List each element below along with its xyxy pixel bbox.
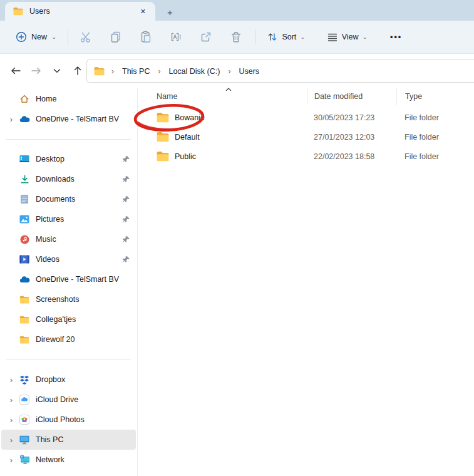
chevron-down-icon: ⌄ <box>363 34 368 40</box>
arrow-right-icon <box>31 66 42 76</box>
arrow-left-icon <box>10 66 21 76</box>
sidebar-separator <box>0 349 137 370</box>
onedrive-cloud-icon <box>19 274 30 285</box>
sort-icon <box>267 31 278 43</box>
breadcrumb-separator: › <box>224 67 235 76</box>
rename-button[interactable] <box>161 26 191 48</box>
recent-locations-button[interactable] <box>46 60 67 81</box>
file-name: Bowanie <box>175 113 205 122</box>
chevron-right-icon[interactable]: › <box>4 375 19 385</box>
view-button[interactable]: View ⌄ <box>321 26 374 48</box>
folder-icon <box>157 132 169 142</box>
sidebar-item-screenshots[interactable]: Screenshots <box>1 289 136 309</box>
icloud-photos-icon <box>19 414 30 425</box>
file-row-default[interactable]: Default 27/01/2023 12:03 File folder <box>138 127 474 147</box>
column-header-name[interactable]: Name <box>138 92 307 101</box>
share-icon <box>200 31 212 43</box>
file-type: File folder <box>396 133 474 142</box>
arrow-up-icon <box>73 65 83 76</box>
file-type: File folder <box>396 113 474 122</box>
sidebar-item-videos[interactable]: Videos <box>1 249 136 269</box>
sidebar-item-desktop[interactable]: Desktop <box>1 149 136 169</box>
file-date: 30/05/2023 17:23 <box>307 113 396 122</box>
file-list: Bowanie 30/05/2023 17:23 File folder Def… <box>138 105 474 166</box>
sort-button-label: Sort <box>282 33 296 41</box>
chevron-right-icon[interactable]: › <box>4 115 19 124</box>
address-bar[interactable]: › This PC › Local Disk (C:) › Users <box>86 59 474 83</box>
folder-icon <box>13 7 23 16</box>
sort-button[interactable]: Sort ⌄ <box>260 26 311 48</box>
new-button[interactable]: New ⌄ <box>12 26 60 48</box>
pin-icon[interactable] <box>116 155 136 163</box>
delete-button[interactable] <box>221 26 251 48</box>
chevron-down-icon <box>53 68 61 73</box>
sidebar-item-icloud-drive[interactable]: › iCloud Drive <box>1 390 136 410</box>
file-explorer-window: Users ✕ + New ⌄ <box>0 0 474 476</box>
pin-icon[interactable] <box>116 175 136 184</box>
pictures-icon <box>19 214 30 225</box>
sidebar-item-documents[interactable]: Documents <box>1 189 136 209</box>
command-toolbar: New ⌄ Sort ⌄ View ⌄ <box>0 21 474 54</box>
sidebar-item-collegatjes[interactable]: Collega'tjes <box>1 309 136 329</box>
sidebar-item-music[interactable]: Music <box>1 229 136 249</box>
folder-icon <box>19 294 30 305</box>
chevron-right-icon[interactable]: › <box>4 455 19 465</box>
sidebar-item-downloads[interactable]: Downloads <box>1 169 136 189</box>
file-date: 22/02/2023 18:58 <box>307 152 396 161</box>
tab-close-icon[interactable]: ✕ <box>136 6 150 18</box>
breadcrumb-local-disk[interactable]: Local Disk (C:) <box>167 65 221 78</box>
breadcrumb-separator: › <box>107 67 118 76</box>
chevron-right-icon[interactable]: › <box>4 435 19 445</box>
chevron-right-icon[interactable]: › <box>4 395 19 405</box>
sidebar-item-icloud-photos[interactable]: › iCloud Photos <box>1 410 136 430</box>
toolbar-separator <box>68 29 68 44</box>
file-row-public[interactable]: Public 22/02/2023 18:58 File folder <box>138 147 474 166</box>
sidebar-item-onedrive-2[interactable]: OneDrive - TelSmart BV <box>1 269 136 289</box>
sidebar-item-network[interactable]: › Network <box>1 450 136 470</box>
sidebar-item-onedrive[interactable]: › OneDrive - TelSmart BV <box>1 109 136 129</box>
chevron-down-icon: ⌄ <box>51 34 56 40</box>
folder-icon <box>19 334 30 345</box>
breadcrumb-this-pc[interactable]: This PC <box>121 65 151 78</box>
music-icon <box>19 234 30 245</box>
forward-button[interactable] <box>26 60 46 81</box>
share-button[interactable] <box>191 26 221 48</box>
sidebar-item-home[interactable]: Home <box>1 89 136 109</box>
pin-icon[interactable] <box>116 215 136 224</box>
this-pc-icon <box>19 434 30 445</box>
column-header-date-modified[interactable]: Date modified <box>307 88 396 105</box>
sidebar-item-dropbox[interactable]: › Dropbox <box>1 370 136 390</box>
column-header-type[interactable]: Type <box>396 88 474 105</box>
up-button[interactable] <box>67 60 88 81</box>
file-name: Public <box>175 152 196 161</box>
more-options-button[interactable]: ••• <box>381 28 411 46</box>
view-button-label: View <box>342 33 359 41</box>
chevron-right-icon[interactable]: › <box>4 415 19 425</box>
onedrive-cloud-icon <box>19 113 30 125</box>
pin-icon[interactable] <box>116 195 136 204</box>
copy-button[interactable] <box>101 26 131 48</box>
new-tab-button[interactable]: + <box>167 8 173 17</box>
folder-icon <box>94 66 105 76</box>
breadcrumb-users[interactable]: Users <box>237 65 260 78</box>
pin-icon[interactable] <box>116 235 136 244</box>
folder-icon <box>19 314 30 325</box>
paste-button[interactable] <box>131 26 161 48</box>
sidebar-item-direwolf[interactable]: Direwolf 20 <box>1 329 136 349</box>
scissors-icon <box>80 31 92 43</box>
address-row: › This PC › Local Disk (C:) › Users <box>0 54 474 88</box>
tab-title: Users <box>29 7 130 16</box>
documents-icon <box>19 194 30 205</box>
breadcrumb-separator: › <box>153 67 165 76</box>
tab-users[interactable]: Users ✕ <box>5 2 155 21</box>
cut-button[interactable] <box>71 26 101 48</box>
clipboard-icon <box>140 31 152 43</box>
sidebar-separator <box>0 129 137 149</box>
pin-icon[interactable] <box>116 256 136 264</box>
sidebar-item-this-pc[interactable]: › This PC <box>1 430 136 450</box>
plus-circle-icon <box>16 31 27 43</box>
sidebar-item-pictures[interactable]: Pictures <box>1 209 136 229</box>
new-button-label: New <box>31 33 47 41</box>
file-row-bowanie[interactable]: Bowanie 30/05/2023 17:23 File folder <box>138 108 474 127</box>
back-button[interactable] <box>5 60 26 81</box>
